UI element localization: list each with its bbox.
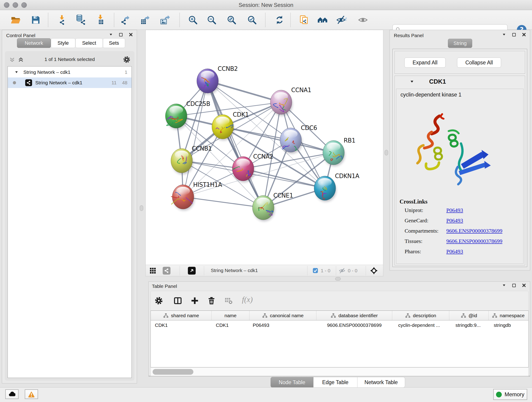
network-row-selected[interactable]: String Network – cdk1 11 48 (8, 77, 132, 88)
table-cell[interactable]: 9606.ENSP00000378699 (317, 320, 392, 330)
table-horizontal-scrollbar[interactable] (151, 367, 529, 376)
expand-all-button[interactable]: Expand All (404, 57, 446, 68)
crosslink-row: GeneCard:P06493 (396, 217, 523, 227)
tab-sets[interactable]: Sets (103, 38, 125, 48)
panel-float-icon[interactable] (512, 284, 516, 287)
network-node-HIST1H1A[interactable] (171, 185, 195, 211)
network-collection-row[interactable]: String Network – cdk1 1 (8, 67, 132, 77)
network-share-icon[interactable] (163, 267, 171, 274)
gene-symbol: CDK1 (429, 78, 446, 85)
network-canvas[interactable]: CCNB2CCNA1CDC25BCDK1CDC6RB1CCNB1CCNA2CDK… (146, 30, 383, 265)
zoom-out-icon[interactable] (206, 14, 217, 26)
tab-style[interactable]: Style (51, 38, 75, 48)
window-zoom-button[interactable] (21, 2, 27, 8)
selected-checkbox-icon[interactable] (312, 268, 318, 274)
string-network-icon (25, 79, 32, 86)
crosslink-uniprot-link[interactable]: P06493 (446, 207, 463, 213)
network-edge-CCNB2-CCNE1[interactable] (208, 81, 263, 208)
panel-close-icon[interactable] (522, 32, 526, 37)
column-header-@id[interactable]: @id (449, 311, 489, 320)
network-node-CCNA1[interactable] (270, 90, 293, 116)
collapse-all-button[interactable]: Collapse All (457, 57, 501, 68)
window-close-button[interactable] (4, 2, 9, 8)
table-row[interactable]: CDK1CDK1P064939606.ENSP00000378699cyclin… (151, 320, 528, 330)
bottom-splitter-handle[interactable] (335, 277, 341, 281)
gene-expand-icon[interactable] (410, 80, 414, 85)
table-cell[interactable]: stringdb (489, 320, 529, 330)
panel-menu-icon[interactable] (502, 32, 506, 37)
tab-node-table[interactable]: Node Table (271, 377, 313, 388)
network-node-CDKN1A[interactable] (314, 176, 336, 202)
zoom-selected-icon[interactable] (247, 14, 258, 26)
create-column-icon[interactable] (191, 297, 199, 305)
table-cell[interactable]: P06493 (249, 320, 317, 330)
memory-button[interactable]: Memory (493, 389, 527, 400)
table-cell[interactable]: stringdb:9... (449, 320, 489, 330)
delete-column-icon[interactable] (207, 297, 216, 305)
grid-view-icon[interactable] (149, 267, 157, 274)
network-node-CCNB1[interactable] (171, 148, 193, 174)
show-hide-graphics-icon[interactable] (336, 14, 347, 26)
column-header-name[interactable]: name (212, 311, 249, 320)
hidden-items-icon[interactable] (339, 267, 346, 275)
column-header-label: canonical name (270, 313, 304, 318)
cloud-status-button[interactable] (5, 389, 19, 399)
column-header-database-identifier[interactable]: database identifier (317, 311, 392, 320)
warnings-button[interactable] (25, 389, 38, 399)
panel-menu-icon[interactable] (109, 32, 113, 37)
network-node-CDK1[interactable] (212, 115, 234, 140)
left-splitter-handle[interactable] (140, 205, 143, 211)
copy-network-icon[interactable] (298, 14, 310, 26)
crosslink-label: Tissues: (405, 238, 423, 244)
export-network-icon[interactable] (120, 14, 131, 26)
fit-selected-crosshair-icon[interactable] (370, 267, 378, 276)
panel-close-icon[interactable] (128, 32, 133, 37)
network-edge-CCNE1-HIST1H1A[interactable] (183, 197, 263, 208)
tab-string[interactable]: String (448, 39, 472, 48)
tab-network-table[interactable]: Network Table (357, 377, 405, 388)
network-edge-CCNB2-HIST1H1A[interactable] (183, 81, 208, 197)
panel-float-icon[interactable] (512, 33, 516, 36)
panel-float-icon[interactable] (119, 33, 123, 36)
network-options-gear-icon[interactable] (123, 56, 130, 63)
crosslink-pharos-link[interactable]: P06493 (446, 249, 463, 255)
import-table-icon[interactable] (95, 14, 106, 26)
panel-menu-icon[interactable] (502, 283, 506, 288)
crosslink-genecard-link[interactable]: P06493 (446, 217, 463, 224)
crosslink-compartments-link[interactable]: 9606.ENSP00000378699 (446, 228, 502, 234)
network-node-RB1[interactable] (323, 140, 345, 166)
zoom-fit-icon[interactable] (226, 14, 237, 26)
birds-eye-view-icon[interactable] (188, 267, 196, 274)
table-cell[interactable]: CDK1 (212, 320, 249, 330)
table-cell[interactable]: cyclin-dependent ... (392, 320, 449, 330)
column-header-shared-name[interactable]: shared name (151, 311, 212, 320)
right-splitter-handle[interactable] (385, 150, 388, 155)
column-header-description[interactable]: description (392, 311, 449, 320)
import-network-icon[interactable] (56, 14, 67, 26)
show-columns-icon[interactable] (174, 297, 182, 305)
network-node-CDC25B[interactable] (165, 104, 188, 130)
save-session-icon[interactable] (30, 14, 41, 26)
column-header-canonical-name[interactable]: canonical name (249, 311, 317, 320)
tab-network[interactable]: Network (17, 38, 51, 48)
panel-close-icon[interactable] (522, 283, 526, 288)
network-node-CCNB2[interactable] (197, 69, 219, 95)
level-of-detail-icon[interactable] (357, 14, 368, 26)
table-options-gear-icon[interactable] (155, 297, 163, 305)
window-minimize-button[interactable] (13, 2, 18, 8)
export-table-icon[interactable] (139, 14, 150, 26)
scrollbar-thumb[interactable] (152, 369, 193, 375)
open-session-icon[interactable] (10, 14, 21, 26)
collection-expand-icon[interactable] (15, 70, 18, 74)
tab-edge-table[interactable]: Edge Table (313, 377, 357, 388)
tab-select[interactable]: Select (75, 38, 103, 48)
first-neighbors-icon[interactable] (317, 14, 328, 26)
column-header-namespace[interactable]: namespace (489, 311, 529, 320)
refresh-layout-icon[interactable] (274, 14, 285, 26)
table-cell[interactable]: CDK1 (151, 320, 212, 330)
import-network-from-database-icon[interactable] (75, 14, 86, 26)
export-image-icon[interactable] (159, 14, 170, 26)
zoom-in-icon[interactable] (187, 14, 198, 26)
crosslink-tissues-link[interactable]: 9606.ENSP00000378699 (446, 238, 502, 244)
network-node-CCNE1[interactable] (253, 196, 275, 221)
